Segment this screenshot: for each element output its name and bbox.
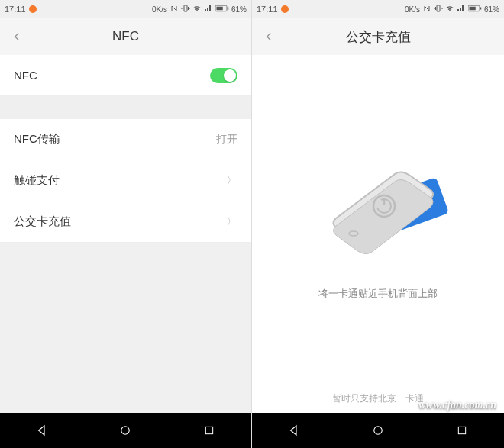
svg-rect-6 [437, 5, 440, 11]
nav-back-button[interactable] [34, 423, 50, 438]
nfc-icon [170, 4, 179, 15]
header: 公交卡充值 [252, 18, 504, 55]
navbar [252, 413, 504, 448]
row-label: 触碰支付 [14, 173, 60, 188]
phone-card-icon [294, 136, 462, 273]
instruction-text: 将一卡通贴近手机背面上部 [318, 287, 438, 301]
phone-left: 17:11 0K/s 61% NFC [0, 0, 252, 448]
record-indicator-icon [281, 5, 289, 13]
wifi-icon [192, 4, 202, 15]
watermark: www.cfan.com.cn [418, 399, 496, 411]
status-bar: 17:11 0K/s 61% [252, 0, 504, 18]
row-label: NFC [14, 69, 37, 82]
wifi-icon [445, 4, 454, 15]
page-title: 公交卡充值 [252, 28, 504, 46]
recharge-content: 将一卡通贴近手机背面上部 暂时只支持北京一卡通 [252, 55, 504, 413]
status-time: 17:11 [5, 5, 26, 14]
signal-icon [204, 4, 213, 15]
row-label: 公交卡充值 [14, 214, 71, 229]
svg-rect-17 [458, 427, 465, 433]
status-time: 17:11 [257, 5, 278, 14]
vibrate-icon [181, 4, 190, 15]
nav-recent-button[interactable] [202, 423, 217, 438]
svg-rect-2 [228, 8, 229, 10]
row-nfc-transfer[interactable]: NFC传输 打开 [0, 119, 251, 160]
net-speed: 0K/s [152, 5, 167, 14]
nav-home-button[interactable] [118, 423, 133, 438]
tap-card-illustration: 将一卡通贴近手机背面上部 [252, 55, 504, 382]
battery-pct: 61% [231, 5, 247, 14]
nav-back-button[interactable] [286, 423, 302, 438]
chevron-right-icon: 〉 [226, 173, 237, 188]
phone-right: 17:11 0K/s 61% 公交卡充值 [252, 0, 504, 448]
back-button[interactable] [260, 27, 278, 46]
svg-rect-5 [205, 427, 212, 433]
nfc-icon [422, 4, 431, 15]
svg-point-16 [374, 427, 383, 435]
status-bar: 17:11 0K/s 61% [0, 0, 251, 18]
page-title: NFC [0, 29, 251, 44]
battery-pct: 61% [484, 5, 499, 14]
net-speed: 0K/s [405, 5, 420, 14]
record-indicator-icon [29, 5, 37, 13]
signal-icon [457, 4, 466, 15]
settings-list: NFC NFC传输 打开 触碰支付 〉 公交卡充值 〉 [0, 55, 251, 413]
row-transit-recharge[interactable]: 公交卡充值 〉 [0, 201, 251, 243]
toggle-switch[interactable] [210, 68, 237, 83]
row-value: 打开 [216, 133, 237, 147]
svg-rect-3 [216, 7, 222, 11]
svg-rect-9 [469, 7, 475, 11]
back-button[interactable] [8, 27, 26, 46]
battery-icon [468, 5, 482, 14]
nav-recent-button[interactable] [454, 423, 470, 438]
chevron-right-icon: 〉 [226, 214, 237, 229]
row-nfc-toggle[interactable]: NFC [0, 55, 251, 96]
header: NFC [0, 18, 251, 55]
section-gap [0, 96, 251, 119]
svg-point-4 [121, 427, 130, 435]
battery-icon [215, 5, 229, 14]
nav-home-button[interactable] [370, 423, 386, 438]
vibrate-icon [434, 4, 443, 15]
row-tap-pay[interactable]: 触碰支付 〉 [0, 160, 251, 201]
row-label: NFC传输 [14, 132, 60, 147]
navbar [0, 413, 251, 448]
svg-rect-0 [184, 5, 187, 11]
svg-rect-8 [480, 8, 482, 10]
